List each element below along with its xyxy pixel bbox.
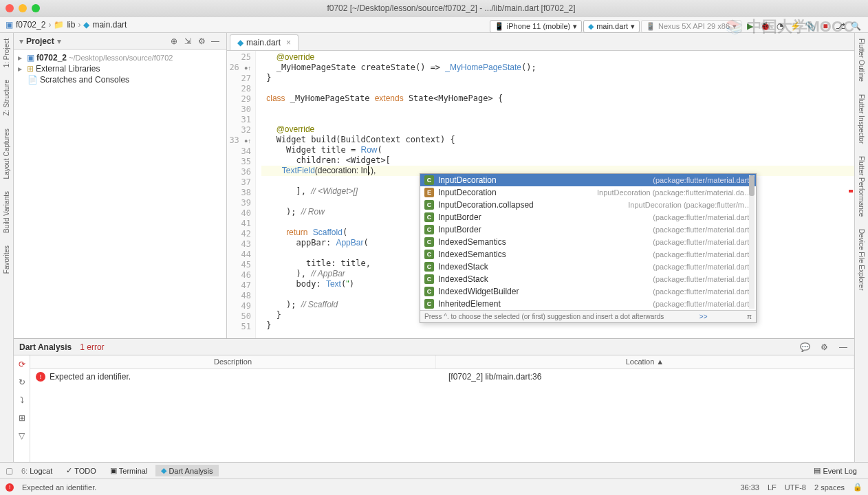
dart-analysis-count: 1 error — [80, 342, 104, 352]
autocomplete-popup[interactable]: CInputDecoration(package:flutter/materia… — [420, 173, 757, 323]
tree-root[interactable]: ▸ ▣ f0702_2 ~/Desktop/lesson/source/f070… — [18, 52, 222, 63]
autocomplete-footer: Press ^. to choose the selected (or firs… — [420, 310, 756, 322]
chevron-down-icon[interactable]: ▾ — [19, 36, 23, 46]
autocomplete-item[interactable]: CIndexedSemantics(package:flutter/materi… — [420, 236, 756, 248]
pi-icon[interactable]: π — [747, 313, 752, 320]
status-message: Expected an identifier. — [22, 483, 96, 492]
target-icon[interactable]: ⊕ — [169, 36, 180, 47]
run-config-selector[interactable]: ◆main.dart▾ — [583, 20, 640, 33]
dart-icon: ◆ — [588, 22, 594, 31]
collapse-icon[interactable]: ⇲ — [182, 36, 193, 47]
device-explorer-button[interactable]: Device File Explorer — [858, 229, 865, 290]
filter-icon[interactable]: ▽ — [16, 430, 28, 442]
run-button[interactable]: ▶ — [743, 19, 757, 33]
kind-icon: C — [424, 212, 434, 222]
autocomplete-item[interactable]: CIndexedStack(package:flutter/material.d… — [420, 261, 756, 273]
minimize-window-icon[interactable] — [19, 4, 27, 12]
restart-icon[interactable]: ↻ — [16, 376, 28, 388]
project-tool-button[interactable]: 1: Project — [3, 38, 10, 67]
tool-window-icon[interactable]: ▢ — [6, 466, 13, 476]
structure-tool-button[interactable]: Z: Structure — [3, 80, 10, 116]
logcat-button[interactable]: 6:Logcat — [16, 465, 58, 476]
flutter-outline-button[interactable]: Flutter Outline — [858, 38, 865, 82]
dart-file-icon: ◆ — [237, 38, 243, 47]
todo-button[interactable]: ✓TODO — [61, 465, 102, 476]
completion-name: IndexedStack — [438, 274, 649, 284]
indent[interactable]: 2 spaces — [814, 483, 845, 492]
terminal-button[interactable]: ▣Terminal — [105, 465, 153, 476]
hot-reload-button[interactable]: ⚡ — [788, 19, 802, 33]
completion-name: InputDecoration.collapsed — [438, 200, 624, 210]
tab-label: main.dart — [246, 38, 281, 47]
col-description[interactable]: Description — [30, 355, 436, 368]
scrollbar[interactable] — [749, 175, 755, 309]
autocomplete-item[interactable]: CIndexedWidgetBuilder(package:flutter/ma… — [420, 285, 756, 298]
library-icon: ⊞ — [27, 64, 34, 74]
analysis-table[interactable]: Description Location ▲ ! Expected an ide… — [30, 355, 854, 462]
check-icon: ✓ — [66, 466, 72, 475]
tree-external[interactable]: ▸ ⊞ External Libraries — [18, 63, 222, 74]
breadcrumb-file[interactable]: ◆main.dart — [83, 20, 127, 30]
cursor-position[interactable]: 36:33 — [740, 483, 759, 492]
autoscroll-icon[interactable]: ⤵ — [16, 394, 28, 406]
flutter-inspector-button[interactable]: Flutter Inspector — [858, 94, 865, 144]
chevron-right-icon[interactable]: ▸ — [18, 64, 25, 74]
autocomplete-item[interactable]: CIndexedSemantics(package:flutter/materi… — [420, 248, 756, 261]
encoding[interactable]: UTF-8 — [785, 483, 806, 492]
line-ending[interactable]: LF — [768, 483, 777, 492]
autocomplete-item[interactable]: CInputDecoration(package:flutter/materia… — [420, 174, 756, 186]
completion-pkg: (package:flutter/material.dart) — [653, 275, 752, 283]
captures-tool-button[interactable]: Layout Captures — [3, 129, 10, 179]
completion-pkg: (package:flutter/material.dart) — [653, 263, 752, 271]
analysis-description: Expected an identifier. — [50, 372, 444, 382]
refresh-icon[interactable]: ⟳ — [16, 358, 28, 371]
chevron-right-icon[interactable]: ▸ — [18, 53, 25, 63]
flutter-performance-button[interactable]: Flutter Performance — [858, 156, 865, 217]
autocomplete-item[interactable]: CInheritedElement(package:flutter/materi… — [420, 298, 756, 310]
lock-icon[interactable]: 🔒 — [853, 483, 862, 492]
autocomplete-item[interactable]: CInputDecoration.collapsedInputDecoratio… — [420, 199, 756, 211]
window-title: f0702 [~/Desktop/lesson/source/f0702_2] … — [40, 3, 862, 13]
autocomplete-item[interactable]: CIndexedStack(package:flutter/material.d… — [420, 273, 756, 285]
autocomplete-item[interactable]: EInputDecorationInputDecoration (package… — [420, 186, 756, 199]
chevron-down-icon: ▾ — [733, 22, 737, 31]
completion-name: IndexedWidgetBuilder — [438, 287, 649, 296]
debug-button[interactable]: 🐞 — [758, 19, 772, 33]
profile-button[interactable]: ◔ — [773, 19, 787, 33]
hide-icon[interactable]: — — [838, 342, 849, 353]
zoom-window-icon[interactable] — [32, 4, 40, 12]
dart-analysis-panel: Dart Analysis 1 error 💬 ⚙ — ⟳ ↻ ⤵ ⊞ ▽ De… — [14, 338, 854, 462]
autocomplete-item[interactable]: CInputBorder(package:flutter/material.da… — [420, 223, 756, 236]
close-icon[interactable]: × — [286, 38, 291, 47]
breadcrumb-folder[interactable]: 📁lib — [54, 20, 75, 30]
avd-selector[interactable]: 📱Nexus 5X API 29 x86▾ — [641, 20, 741, 33]
gear-icon[interactable]: ⚙ — [818, 342, 829, 353]
group-icon[interactable]: ⊞ — [16, 412, 28, 424]
close-window-icon[interactable] — [6, 4, 14, 12]
stop-button[interactable]: ■ — [818, 19, 832, 33]
attach-button[interactable]: 📎 — [803, 19, 817, 33]
search-button[interactable]: 🔍 — [849, 19, 862, 33]
dart-analysis-button[interactable]: ◆Dart Analysis — [155, 465, 218, 476]
git-button[interactable]: ⎇ — [834, 19, 847, 33]
build-variants-tool-button[interactable]: Build Variants — [3, 191, 10, 233]
autocomplete-more-link[interactable]: >> — [699, 313, 708, 320]
tree-scratches[interactable]: 📄 Scratches and Consoles — [18, 74, 222, 85]
gear-icon[interactable]: ⚙ — [196, 36, 207, 47]
project-tree[interactable]: ▸ ▣ f0702_2 ~/Desktop/lesson/source/f070… — [14, 50, 226, 88]
dart-analysis-header: Dart Analysis 1 error 💬 ⚙ — — [14, 339, 854, 355]
event-log-button[interactable]: ▤Event Log — [808, 465, 862, 476]
kind-icon: C — [424, 262, 434, 272]
analysis-row[interactable]: ! Expected an identifier. [f0702_2] lib/… — [30, 369, 854, 384]
autocomplete-item[interactable]: CInputBorder(package:flutter/material.da… — [420, 211, 756, 223]
feedback-icon[interactable]: 💬 — [799, 342, 810, 353]
chevron-right-icon: › — [78, 20, 80, 30]
hide-icon[interactable]: — — [210, 36, 221, 47]
chevron-down-icon[interactable]: ▾ — [57, 36, 61, 46]
col-location[interactable]: Location ▲ — [436, 355, 854, 368]
breadcrumb-project[interactable]: ▣f0702_2 — [6, 20, 45, 30]
tab-main-dart[interactable]: ◆ main.dart × — [230, 34, 299, 50]
kind-icon: C — [424, 287, 434, 296]
favorites-tool-button[interactable]: Favorites — [3, 245, 10, 274]
device-selector[interactable]: 📱iPhone 11 (mobile)▾ — [490, 20, 582, 33]
